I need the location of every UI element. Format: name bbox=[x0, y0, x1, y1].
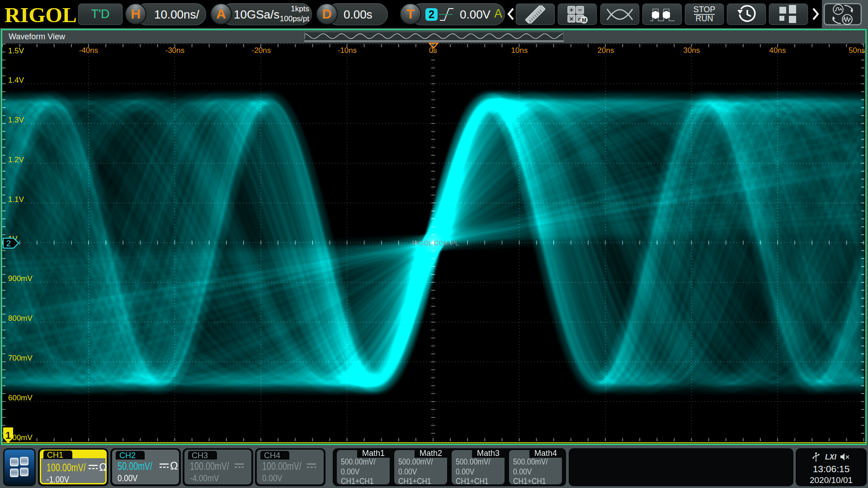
svg-text:M: M bbox=[582, 17, 586, 23]
svg-text:2: 2 bbox=[6, 239, 11, 248]
svg-text:1: 1 bbox=[5, 430, 11, 441]
svg-text:LXI: LXI bbox=[825, 453, 836, 461]
